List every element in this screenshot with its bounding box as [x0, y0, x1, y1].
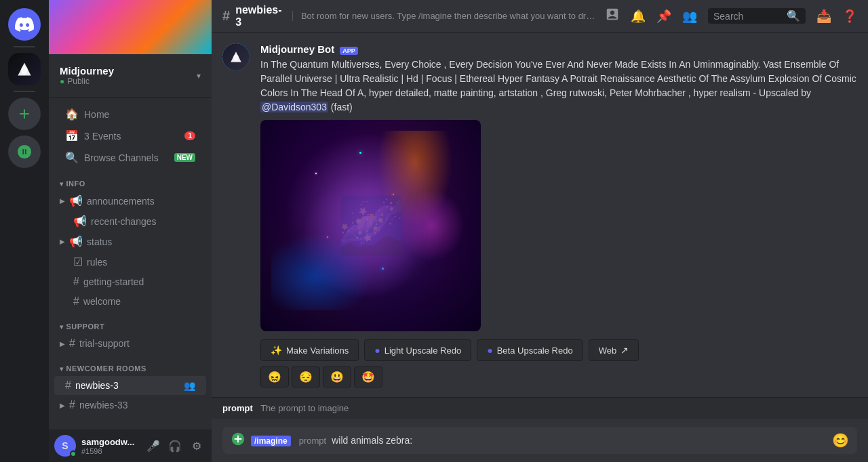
message-upscale-info: - Upscaled by	[753, 87, 812, 98]
channel-name: newbies-3	[75, 380, 119, 391]
reaction-buttons: 😖 😔 😃 🤩	[260, 366, 857, 387]
message-image	[260, 120, 481, 331]
channel-name: status	[87, 236, 112, 247]
section-header-info[interactable]: ▾ INFO	[49, 169, 212, 190]
message-header: Midjourney Bot APP	[260, 43, 857, 55]
channel-newbies-33[interactable]: ▶ # newbies-33	[54, 396, 206, 415]
section-chevron-support: ▾	[60, 323, 64, 331]
light-upscale-icon: ●	[374, 345, 380, 356]
notification-icon[interactable]: 🔔	[631, 9, 646, 24]
main-content: # newbies-3 Bot room for new users. Type…	[212, 0, 868, 462]
search-bar[interactable]: 🔍	[708, 8, 806, 24]
light-upscale-redo-button[interactable]: ● Light Upscale Redo	[364, 339, 471, 361]
sidebar-item-browse[interactable]: 🔍 Browse Channels NEW	[54, 147, 206, 168]
section-label-info: INFO	[66, 180, 85, 188]
attach-icon[interactable]	[231, 432, 245, 450]
server-divider-2	[14, 91, 35, 92]
input-box: /imagine prompt 😊	[222, 427, 857, 454]
channel-header: # newbies-3 Bot room for new users. Type…	[212, 0, 868, 33]
bot-badge: APP	[340, 47, 358, 55]
channel-title: newbies-3	[235, 4, 284, 28]
channel-welcome[interactable]: # welcome	[54, 292, 206, 311]
browse-new-badge: NEW	[174, 153, 195, 162]
reaction-sad[interactable]: 😔	[292, 366, 320, 387]
message-mention[interactable]: @Davidson303	[260, 102, 328, 112]
hash-icon: #	[69, 399, 75, 411]
channel-newbies-3[interactable]: # newbies-3 👥	[54, 376, 206, 395]
search-input[interactable]	[713, 11, 783, 22]
server-divider	[14, 46, 35, 47]
sidebar-events-label: 3 Events	[84, 131, 121, 142]
discord-home-button[interactable]	[8, 8, 41, 41]
message-speed: (fast)	[331, 102, 353, 112]
reaction-grin[interactable]: 😃	[323, 366, 351, 387]
channel-trial-support[interactable]: ▶ # trial-support	[54, 334, 206, 353]
message-input[interactable]	[332, 427, 827, 454]
explore-button[interactable]	[8, 135, 41, 168]
section-header-support[interactable]: ▾ SUPPORT	[49, 312, 212, 333]
add-member-icon: 👥	[184, 380, 195, 391]
channel-chevron: ▶	[60, 197, 65, 205]
section-header-newcomer[interactable]: ▾ NEWCOMER ROOMS	[49, 354, 212, 375]
reaction-starstruck[interactable]: 🤩	[354, 366, 382, 387]
pin-icon[interactable]: 📌	[656, 9, 671, 24]
reaction-grimace[interactable]: 😖	[260, 366, 289, 387]
message: Midjourney Bot APP In The Quantum Multiv…	[222, 43, 857, 387]
server-name: Midjourney	[60, 65, 114, 77]
channel-status[interactable]: ▶ 📢 status	[54, 232, 206, 251]
channel-name: recent-changes	[91, 216, 157, 227]
emoji-button[interactable]: 😊	[832, 432, 849, 448]
sidebar-item-home[interactable]: 🏠 Home	[54, 104, 206, 125]
header-actions: 🔔 📌 👥 🔍 📥 ❓	[605, 7, 857, 25]
mute-button[interactable]: 🎤	[144, 436, 163, 455]
message-author: Midjourney Bot	[260, 43, 334, 55]
messages-area[interactable]: Midjourney Bot APP In The Quantum Multiv…	[212, 33, 868, 397]
light-upscale-label: Light Upscale Redo	[384, 345, 461, 356]
message-content: Midjourney Bot APP In The Quantum Multiv…	[260, 43, 857, 387]
channel-name: welcome	[83, 296, 121, 307]
sidebar-browse-label: Browse Channels	[84, 152, 159, 163]
section-chevron-newcomer: ▾	[60, 365, 64, 373]
threads-icon[interactable]	[605, 7, 620, 25]
sidebar: Midjourney ● Public ▾ 🏠 Home 📅 3 Events …	[49, 0, 212, 462]
ai-image	[260, 120, 481, 331]
deafen-button[interactable]: 🎧	[165, 436, 184, 455]
channel-description: Bot room for new users. Type /imagine th…	[292, 11, 597, 21]
message-text: In The Quantum Multiverses, Every Choice…	[260, 58, 857, 114]
channel-announcements[interactable]: ▶ 📢 announcements	[54, 191, 206, 211]
prompt-hint: prompt The prompt to imagine	[212, 397, 868, 419]
web-external-icon: ↗	[620, 345, 629, 356]
members-icon[interactable]: 👥	[682, 9, 697, 24]
channel-rules[interactable]: ☑ rules	[54, 252, 206, 272]
make-variations-button[interactable]: ✨ Make Variations	[260, 339, 359, 361]
svg-point-2	[233, 54, 239, 61]
imagine-command: /imagine	[251, 436, 291, 446]
server-menu-chevron: ▾	[197, 71, 201, 81]
add-server-button[interactable]: +	[8, 98, 41, 130]
midjourney-server-icon[interactable]	[8, 53, 41, 85]
prompt-hint-label: prompt	[222, 403, 253, 413]
hash-icon: #	[73, 295, 79, 308]
events-badge: 1	[184, 131, 195, 140]
message-avatar	[222, 43, 250, 70]
beta-upscale-redo-button[interactable]: ● Beta Upscale Redo	[477, 339, 583, 361]
channel-getting-started[interactable]: # getting-started	[54, 272, 206, 291]
web-button[interactable]: Web ↗	[589, 339, 639, 361]
channel-header-name: # newbies-3	[222, 4, 284, 28]
hash-icon: #	[73, 276, 79, 288]
section-label-newcomer: NEWCOMER ROOMS	[66, 364, 146, 373]
beta-upscale-label: Beta Upscale Redo	[497, 345, 573, 356]
avatar: S	[54, 435, 76, 457]
megaphone-icon: 📢	[69, 235, 83, 248]
settings-button[interactable]: ⚙	[187, 436, 206, 455]
server-header[interactable]: Midjourney ● Public ▾	[49, 54, 212, 98]
channel-recent-changes[interactable]: 📢 recent-changes	[54, 211, 206, 231]
action-buttons: ✨ Make Variations ● Light Upscale Redo ●…	[260, 339, 857, 361]
inbox-icon[interactable]: 📥	[816, 9, 831, 24]
channel-name: getting-started	[83, 276, 144, 287]
megaphone-icon: 📢	[73, 215, 87, 228]
online-status-indicator	[70, 450, 77, 457]
help-icon[interactable]: ❓	[842, 9, 857, 24]
sidebar-item-events[interactable]: 📅 3 Events 1	[54, 125, 206, 146]
web-label: Web	[599, 345, 617, 356]
